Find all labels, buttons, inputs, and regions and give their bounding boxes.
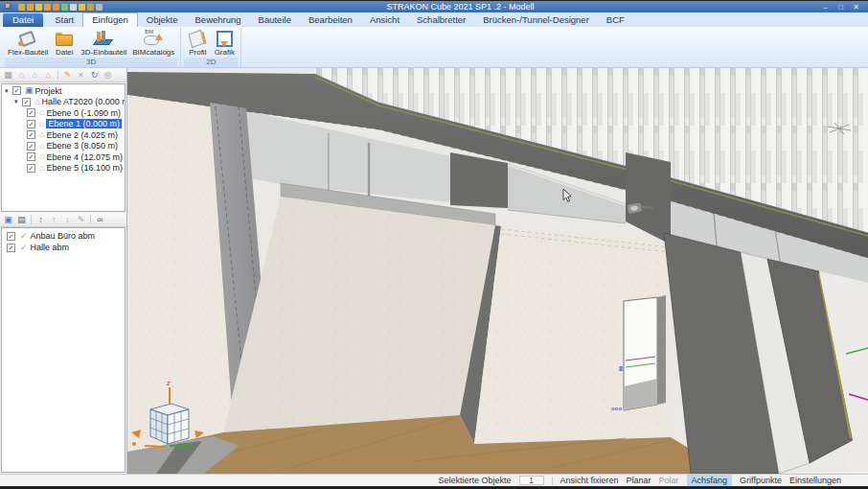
qat-mark-icon[interactable] xyxy=(87,4,94,11)
home-level-icon[interactable]: ⌂ xyxy=(42,69,55,82)
profil-button[interactable]: Profil xyxy=(184,28,211,58)
checkbox[interactable]: ✓ xyxy=(22,98,31,106)
checkbox[interactable]: ✓ xyxy=(27,152,35,161)
components-icon[interactable]: ▦ xyxy=(2,69,14,82)
qat-new-icon[interactable] xyxy=(18,4,25,11)
tab-datei[interactable]: Datei xyxy=(3,13,43,27)
tree-item-ebene-2[interactable]: ✓ ⌂ Ebene 2 (4.025 m) xyxy=(2,129,125,141)
list-item-halle[interactable]: ✓ ✓ Halle abm xyxy=(2,242,125,253)
parts-toolbar: ▣ ▤ ↕ ↑ ↓ ✎ ∞ xyxy=(0,213,126,227)
tab-bearbeiten[interactable]: Bearbeiten xyxy=(300,13,361,27)
tab-start[interactable]: Start xyxy=(46,13,82,27)
tree-item-ebene-4[interactable]: ✓ ⌂ Ebene 4 (12.075 m) xyxy=(2,151,125,163)
level-icon: ⌂ xyxy=(39,164,44,173)
tab-bruecken-tunnel-designer[interactable]: Brücken-/Tunnel-Designer xyxy=(474,13,598,27)
quick-access-toolbar xyxy=(18,4,103,11)
ribbon-group-3d: Flex-Bauteil Datei 3D-Einbauteil BIM BIM… xyxy=(2,28,181,67)
app-window: STRAKON Cube 2021 SP1 .2 - Modell – □ ✕ … xyxy=(0,0,868,489)
parts-list-icon[interactable]: ▤ xyxy=(15,214,28,226)
griffpunkte-button[interactable]: Griffpunkte xyxy=(740,476,782,485)
minimize-button[interactable]: – xyxy=(818,2,833,12)
flex-bauteil-button[interactable]: Flex-Bauteil xyxy=(5,28,51,58)
level-icon: ⌂ xyxy=(39,130,44,139)
model-canvas[interactable]: 8 ooo z xyxy=(127,68,868,474)
achsfang-button[interactable]: Achsfang xyxy=(687,475,733,486)
svg-text:ooo: ooo xyxy=(611,406,623,411)
tree-item-ebene-0[interactable]: ✓ ⌂ Ebene 0 (-1.090 m) xyxy=(2,107,125,119)
tree-item-ebene-3[interactable]: ✓ ⌂ Ebene 3 (8.050 m) xyxy=(2,141,125,152)
tab-bauteile[interactable]: Bauteile xyxy=(250,13,300,27)
group-label-3d: 3D xyxy=(5,58,177,67)
tab-bewehrung[interactable]: Bewehrung xyxy=(187,13,250,27)
selected-objects-label: Selektierte Objekte xyxy=(438,476,511,485)
qat-sync-icon[interactable] xyxy=(61,4,68,11)
qat-open-icon[interactable] xyxy=(27,4,34,11)
qat-save-icon[interactable] xyxy=(35,4,42,11)
checkbox[interactable]: ✓ xyxy=(27,164,35,173)
tree-item-projekt[interactable]: ▾ ✓ ▣ Projekt xyxy=(2,85,125,97)
tab-schalbretter[interactable]: Schalbretter xyxy=(408,13,474,27)
planar-button[interactable]: Planar xyxy=(627,476,651,485)
level-icon: ⌂ xyxy=(39,120,44,128)
check-icon: ✓ xyxy=(20,232,28,241)
qat-folder-icon[interactable] xyxy=(44,4,51,11)
move-down-icon[interactable]: ↓ xyxy=(61,214,74,226)
expander-icon[interactable]: ▾ xyxy=(5,87,12,95)
polar-button[interactable]: Polar xyxy=(659,476,679,485)
tree-item-halle[interactable]: ▾ ✓ ⌂ Halle AT2020 (0.000 m) xyxy=(2,97,125,108)
titlebar: STRAKON Cube 2021 SP1 .2 - Modell – □ ✕ xyxy=(0,1,868,12)
qat-stamp-icon[interactable] xyxy=(79,4,85,11)
sort-icon[interactable]: ↕ xyxy=(34,214,47,226)
checkbox[interactable]: ✓ xyxy=(27,108,35,117)
qat-cut-icon[interactable] xyxy=(70,4,77,11)
restore-button[interactable]: □ xyxy=(834,2,848,12)
grafik-button[interactable]: Grafik xyxy=(211,28,238,58)
checkbox[interactable]: ✓ xyxy=(27,130,35,139)
qat-undo-icon[interactable] xyxy=(96,4,103,11)
ansicht-fixieren-button[interactable]: Ansicht fixieren xyxy=(560,476,619,485)
refresh-icon[interactable]: ↻ xyxy=(88,69,101,82)
app-logo-icon[interactable] xyxy=(5,3,12,11)
tab-bcf[interactable]: BCF xyxy=(598,13,633,27)
checkbox[interactable]: ✓ xyxy=(27,142,35,151)
checkbox[interactable]: ✓ xyxy=(27,120,35,128)
graphic-icon xyxy=(214,30,235,47)
add-part-icon[interactable]: ▣ xyxy=(2,214,14,226)
bimcatalogs-button[interactable]: BIM BIMcatalogs xyxy=(129,28,177,58)
edit-part-icon[interactable]: ✎ xyxy=(75,214,87,226)
checkbox[interactable]: ✓ xyxy=(12,86,21,95)
level-up-icon[interactable]: ⌂ xyxy=(15,69,28,82)
window-title: STRAKON Cube 2021 SP1 .2 - Modell xyxy=(103,1,818,12)
svg-text:8: 8 xyxy=(619,365,623,372)
embedded-part-icon xyxy=(93,30,114,47)
tab-objekte[interactable]: Objekte xyxy=(138,13,187,27)
sidebar: ▦ ⌂ ⌂ ⌂ ✎ × ↻ ◎ ▾ ✓ ▣ Projekt ▾ ✓ xyxy=(0,68,127,474)
project-cube-icon: ▣ xyxy=(25,86,34,95)
datei-3d-button[interactable]: Datei xyxy=(51,28,78,58)
einstellungen-button[interactable]: Einstellungen xyxy=(789,476,841,485)
tab-einfuegen[interactable]: Einfügen xyxy=(82,12,138,27)
level-icon: ⌂ xyxy=(39,108,44,117)
expander-icon[interactable]: ▾ xyxy=(14,98,22,105)
statusbar-separator xyxy=(552,477,553,485)
delete-icon[interactable]: × xyxy=(75,69,87,82)
list-item-anbau-buero[interactable]: ✓ ✓ Anbau Büro abm xyxy=(2,230,125,242)
group-label-2d: 2D xyxy=(184,58,238,67)
parts-list: ✓ ✓ Anbau Büro abm ✓ ✓ Halle abm xyxy=(1,227,126,473)
move-up-icon[interactable]: ↑ xyxy=(48,214,60,226)
tree-item-ebene-1[interactable]: ✓ ⌂ Ebene 1 (0.000 m) xyxy=(2,119,125,130)
unlink-icon[interactable]: ∞ xyxy=(94,214,106,226)
tab-ansicht[interactable]: Ansicht xyxy=(361,13,408,27)
level-up-2-icon[interactable]: ⌂ xyxy=(29,69,41,82)
einbauteil-3d-button[interactable]: 3D-Einbauteil xyxy=(78,28,129,58)
qat-folder2-icon[interactable] xyxy=(53,4,59,11)
model-viewport[interactable]: 8 ooo z xyxy=(127,68,868,474)
toolbar-separator xyxy=(90,215,91,224)
check-icon: ✓ xyxy=(20,244,28,252)
close-button[interactable]: ✕ xyxy=(849,2,863,12)
sphere-icon[interactable]: ◎ xyxy=(102,69,114,82)
tree-item-ebene-5[interactable]: ✓ ⌂ Ebene 5 (16.100 m) xyxy=(2,163,125,175)
checkbox[interactable]: ✓ xyxy=(7,232,15,241)
checkbox[interactable]: ✓ xyxy=(7,244,15,252)
edit-icon[interactable]: ✎ xyxy=(61,69,74,82)
